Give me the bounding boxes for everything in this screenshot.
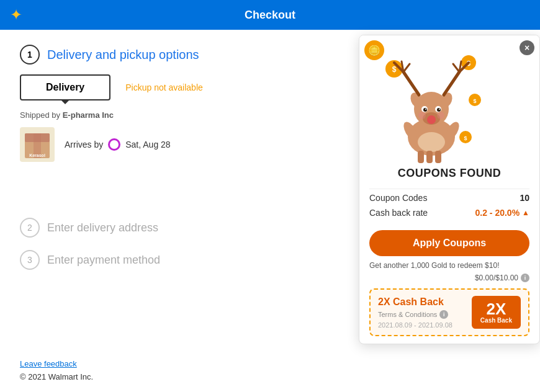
svg-text:$: $ xyxy=(392,65,397,74)
arrow-up-icon: ▲ xyxy=(522,208,529,217)
step3-title: Enter payment method xyxy=(47,254,160,267)
nav-title: Checkout xyxy=(245,9,295,22)
coin-icon: 🪙 xyxy=(364,40,384,60)
coupon-codes-label: Coupon Codes xyxy=(369,193,427,203)
arrives-by-info: Arrives by Sat, Aug 28 xyxy=(65,138,171,151)
product-image: Kerasol xyxy=(20,127,55,162)
arrives-label: Arrives by xyxy=(65,140,103,149)
copyright-text: © 2021 Walmart Inc. xyxy=(20,372,93,381)
cashback-card-badge: 2X Cash Back xyxy=(472,296,521,329)
svg-point-18 xyxy=(423,108,427,112)
arrives-date: Sat, Aug 28 xyxy=(125,140,170,149)
svg-point-32 xyxy=(418,132,445,152)
terms-info-icon[interactable]: i xyxy=(439,310,448,319)
coupon-codes-count: 10 xyxy=(520,193,529,203)
coupon-popup: 🪙 × $ $ $ $ xyxy=(359,35,540,344)
deer-section: $ $ $ $ xyxy=(359,35,539,159)
step2-title: Enter delivery address xyxy=(47,221,158,234)
coupon-codes-row: Coupon Codes 10 xyxy=(369,193,529,203)
leave-feedback-link[interactable]: Leave feedback xyxy=(20,359,93,368)
info-icon[interactable]: i xyxy=(521,274,529,282)
popup-content: COUPONS FOUND Coupon Codes 10 Cash back … xyxy=(359,159,539,344)
cashback-badge-label: Cash Back xyxy=(480,317,512,324)
popup-close-button[interactable]: × xyxy=(520,40,534,55)
svg-rect-35 xyxy=(435,151,441,163)
svg-line-28 xyxy=(444,72,459,95)
svg-point-15 xyxy=(427,115,436,124)
checkout-body: 1 Delivery and pickup options Delivery P… xyxy=(0,30,540,392)
step3-circle: 3 xyxy=(20,250,40,270)
svg-point-39 xyxy=(437,112,444,119)
divider1 xyxy=(369,189,529,189)
gold-progress: $0.00/$10.00 i xyxy=(369,274,529,282)
footer: Leave feedback © 2021 Walmart Inc. xyxy=(20,359,93,382)
walmart-logo-icon: ✦ xyxy=(10,6,22,24)
gold-progress-value: $0.00/$10.00 xyxy=(475,274,518,282)
svg-text:$: $ xyxy=(464,135,467,141)
svg-text:Kerasol: Kerasol xyxy=(29,153,45,158)
cashback-rate-value: 0.2 - 20.0% ▲ xyxy=(475,208,530,218)
top-nav: ✦ Checkout xyxy=(0,0,540,30)
apply-coupons-button[interactable]: Apply Coupons xyxy=(369,230,529,256)
step1-circle: 1 xyxy=(20,45,40,65)
cashback-card-left: 2X Cash Back Terms & Conditions i 2021.0… xyxy=(378,296,464,329)
cashback-terms: Terms & Conditions i xyxy=(378,310,464,319)
delivery-button[interactable]: Delivery xyxy=(20,74,110,100)
gold-info-text: Get another 1,000 Gold to redeem $10! xyxy=(369,261,529,270)
cashback-rate-row: Cash back rate 0.2 - 20.0% ▲ xyxy=(369,208,529,218)
svg-point-20 xyxy=(425,109,426,110)
svg-point-38 xyxy=(418,112,426,119)
svg-point-19 xyxy=(437,108,441,112)
company-name: E-pharma Inc xyxy=(63,110,114,120)
cashback-dates: 2021.08.09 - 2021.09.08 xyxy=(378,321,464,329)
deer-illustration: $ $ $ $ xyxy=(369,50,529,154)
cashback-badge-value: 2X xyxy=(487,301,506,317)
svg-rect-34 xyxy=(426,151,433,163)
step2-circle: 2 xyxy=(20,218,40,238)
svg-text:$: $ xyxy=(473,98,476,104)
circle-dot-icon xyxy=(108,138,120,151)
coupons-found-title: COUPONS FOUND xyxy=(369,167,529,180)
svg-line-27 xyxy=(403,64,410,72)
step1-title: Delivery and pickup options xyxy=(47,48,199,62)
svg-point-21 xyxy=(439,109,440,110)
svg-line-31 xyxy=(453,64,459,72)
svg-rect-33 xyxy=(418,151,424,163)
cashback-card-title: 2X Cash Back xyxy=(378,296,464,308)
svg-line-24 xyxy=(403,72,419,95)
cashback-card: 2X Cash Back Terms & Conditions i 2021.0… xyxy=(369,288,529,336)
cashback-rate-label: Cash back rate xyxy=(369,208,428,218)
pickup-not-available: Pickup not available xyxy=(125,82,203,92)
